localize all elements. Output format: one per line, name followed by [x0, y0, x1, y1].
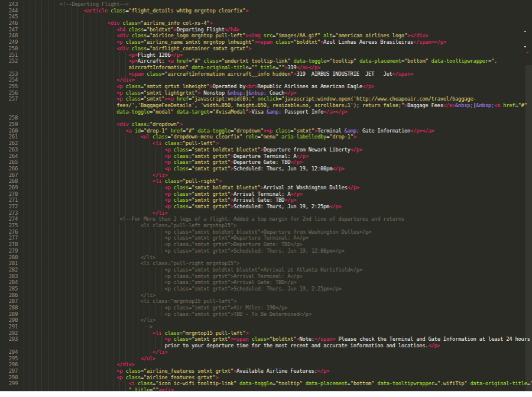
line-number: 294 — [0, 349, 18, 356]
code-line[interactable]: 244<article class="flight_details whtbg … — [0, 8, 532, 14]
line-number: 299 — [0, 380, 18, 387]
line-number: 258 — [0, 115, 18, 121]
line-number: 291 — [0, 324, 18, 330]
code-line[interactable]: 281<li class="pull-right mrgntop15"> — [0, 260, 532, 267]
code-line[interactable]: 295</ul> — [0, 356, 532, 362]
code-line[interactable]: 288<p class="smtxt grtxt">Air Miles: 190… — [0, 305, 532, 311]
code-line[interactable]: 268<li class="pull-right"> — [0, 178, 532, 185]
code-line[interactable]: 270<p class="smtxt grtxt">Arrival Termin… — [0, 191, 532, 198]
line-number: 248 — [0, 33, 18, 39]
code-line[interactable]: 254</div> — [0, 77, 532, 83]
line-number: 246 — [0, 20, 18, 27]
code-line[interactable]: 298<p class="airline_features grtxt"> — [0, 375, 532, 381]
line-number: 260 — [0, 128, 18, 134]
line-number: 295 — [0, 356, 18, 362]
code-line[interactable]: 249<p class="airline_name smtxt mrgntop … — [0, 39, 532, 46]
code-line[interactable]: 283<p class="smtxt grtxt">Arrival Termin… — [0, 273, 532, 280]
minimap-dot — [524, 46, 526, 47]
line-number: 264 — [0, 153, 18, 160]
code-line[interactable]: 260<a id="drop-1" href="#" data-toggle="… — [0, 128, 532, 134]
code-line[interactable]: 265<p class="smtxt grtxt">Departure Gate… — [0, 159, 532, 166]
code-line[interactable]: 297<p class="airline_features smtxt grtx… — [0, 368, 532, 375]
code-line[interactable]: 286</li> — [0, 292, 532, 299]
scrollbar-thumb[interactable] — [525, 65, 532, 392]
line-number: 275 — [0, 222, 18, 229]
code-line[interactable]: 264<p class="smtxt grtxt">Departure Term… — [0, 153, 532, 160]
code-line[interactable]: 263<p class="smtxt boldtxt bluetxt">Depa… — [0, 147, 532, 153]
line-number: 256 — [0, 90, 18, 96]
code-line[interactable]: 292<li class="mrgntop15 pull-left"> — [0, 330, 532, 337]
code-line[interactable]: 294</li> — [0, 349, 532, 356]
line-number: 282 — [0, 267, 18, 273]
line-number: 297 — [0, 368, 18, 375]
code-line[interactable]: 259<div class="dropdown"> — [0, 121, 532, 128]
code-line[interactable]: fees/','BaggageFeeDetails', 'width=850, … — [0, 102, 532, 109]
code-line[interactable]: 266<p class="smtxt grtxt">Scheduled: Thu… — [0, 166, 532, 172]
line-number: 261 — [0, 134, 18, 140]
line-number: 286 — [0, 292, 18, 299]
line-number: 259 — [0, 121, 18, 128]
line-number: 249 — [0, 39, 18, 46]
line-number: 277 — [0, 235, 18, 241]
line-number: 272 — [0, 204, 18, 210]
code-line[interactable]: 285<p class="smtxt grtxt">Scheduled: Thu… — [0, 286, 532, 292]
code-line[interactable]: 271<p class="smtxt grtxt">Arrival Gate: … — [0, 197, 532, 204]
code-line[interactable]: 250<div class="airflight_container smtxt… — [0, 46, 532, 52]
code-line[interactable]: 284<p class="smtxt grtxt">Arrival Gate: … — [0, 279, 532, 286]
code-line[interactable]: 253<span class="aircraftInformation airc… — [0, 71, 532, 78]
code-line[interactable]: 275<li class="pull-left mrgntop15"> — [0, 222, 532, 229]
code-line[interactable]: 257<p class="smtxt"><a href="javascript:… — [0, 96, 532, 102]
code-line[interactable]: 290</li> — [0, 317, 532, 324]
code-line[interactable]: 276<p class="smtxt boldtxt bluetxt">Depa… — [0, 229, 532, 235]
code-line[interactable]: 278<p class="smtxt grtxt">Departure Gate… — [0, 241, 532, 248]
code-line[interactable]: 246<div class="airline_info col-xs-4"> — [0, 20, 532, 27]
code-line[interactable]: data-toggle="modal" data-target="#visaMo… — [0, 109, 532, 115]
code-line[interactable]: 277<p class="smtxt grtxt">Departure Term… — [0, 235, 532, 241]
code-line[interactable]: 299<i class="icon ic-wifi tooltip-link" … — [0, 380, 532, 387]
line-number: 267 — [0, 172, 18, 179]
code-line[interactable]: 280</li> — [0, 254, 532, 261]
code-rows: 243<!--Departing Flight-->244<article cl… — [0, 1, 532, 392]
code-line[interactable]: 248<div class="airline_logo mrgntop pull… — [0, 33, 532, 39]
line-number: 284 — [0, 279, 18, 286]
code-line[interactable]: 258 — [0, 115, 532, 121]
minimap-dot — [524, 31, 526, 32]
code-line[interactable]: 267</li> — [0, 172, 532, 179]
code-line[interactable]: 255<p class="smtxt grtxt lnheight">Opera… — [0, 83, 532, 90]
code-line[interactable]: 289<p class="smtxt grtxt">TBD - To Be De… — [0, 311, 532, 318]
code-line[interactable]: 274<!--For More than 2 legs of a flight,… — [0, 216, 532, 222]
line-number: 283 — [0, 273, 18, 280]
line-number: 257 — [0, 96, 18, 102]
line-number: 244 — [0, 8, 18, 14]
code-line[interactable]: 261<ul class="dropdown-menu clearfix" ro… — [0, 134, 532, 140]
code-line[interactable]: 287<li class="mrgntop15 pull-left"> — [0, 298, 532, 305]
line-number: 298 — [0, 375, 18, 381]
code-line[interactable]: 245 — [0, 14, 532, 20]
code-line[interactable]: 247<h4 class="boldtxt">Departing Flight<… — [0, 27, 532, 33]
code-line[interactable]: 262<li class="pull-left"> — [0, 140, 532, 147]
line-number: 287 — [0, 298, 18, 305]
code-line[interactable]: 251<p>Flight 1206</p> — [0, 52, 532, 59]
line-number: 270 — [0, 191, 18, 198]
line-number: 263 — [0, 147, 18, 153]
code-line[interactable]: 279<p class="smtxt grtxt">Scheduled: Thu… — [0, 248, 532, 254]
line-number: 292 — [0, 330, 18, 337]
code-line[interactable]: 282<p class="smtxt boldtxt bluetxt">Arri… — [0, 267, 532, 273]
code-line[interactable]: 269<p class="smtxt boldtxt bluetxt">Arri… — [0, 185, 532, 191]
line-number: 251 — [0, 52, 18, 59]
code-line[interactable]: 272<p class="smtxt grtxt">Scheduled: Thu… — [0, 204, 532, 210]
code-line[interactable]: 296</div> — [0, 362, 532, 368]
line-number: 265 — [0, 159, 18, 166]
code-line[interactable]: 273</li> — [0, 210, 532, 217]
line-number: 289 — [0, 311, 18, 318]
line-number: 296 — [0, 362, 18, 368]
code-line[interactable]: 256<p class="smtxt lightgrtxt"> Nonstop … — [0, 90, 532, 96]
code-line[interactable]: 291--> — [0, 324, 532, 330]
code-line[interactable]: 293<p class="smtxt grtxt"><span class="b… — [0, 336, 532, 343]
minimap-dot — [527, 52, 528, 53]
code-line[interactable]: prior to your departure time for the mos… — [0, 343, 532, 349]
line-number: 250 — [0, 46, 18, 52]
code-line[interactable]: 252<p>Aircraft: <a href="#" class="under… — [0, 58, 532, 64]
code-line[interactable]: aircraftInformation" data-original-title… — [0, 64, 532, 71]
code-line[interactable]: 243<!--Departing Flight--> — [0, 1, 532, 8]
